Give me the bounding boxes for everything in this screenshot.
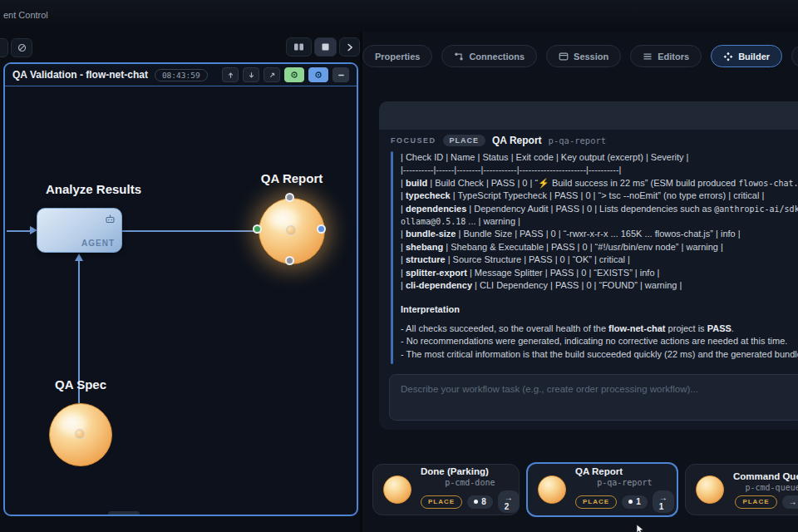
clipped-toolbar-button[interactable] xyxy=(0,38,8,57)
petri-net-canvas[interactable]: Analyze Results AGENT QA Report QA Spec xyxy=(5,64,357,515)
horizontal-scrollbar[interactable] xyxy=(108,511,140,516)
expand-button[interactable] xyxy=(264,67,280,82)
place-card-qa-report[interactable]: QA Reportp-qa-reportPLACE1→ 1 xyxy=(526,462,678,517)
place-token-icon xyxy=(383,475,411,504)
token-marker xyxy=(286,225,296,235)
tab-properties[interactable]: Properties xyxy=(362,45,432,67)
port-left[interactable] xyxy=(253,224,262,234)
tab-session[interactable]: Session xyxy=(546,45,621,67)
place-token-icon xyxy=(538,475,566,504)
session-icon xyxy=(559,52,569,62)
card-badges: PLACE8→ 2 xyxy=(421,490,520,513)
arc-count-badge: → 2 xyxy=(498,490,520,513)
card-id: p-cmd-done xyxy=(445,478,495,487)
card-body: QA Reportp-qa-reportPLACE1→ 1 xyxy=(575,466,674,513)
builder-panel: FOCUSED PLACE QA Report p-qa-report | Ch… xyxy=(379,101,798,430)
focused-node-title: QA Report xyxy=(492,135,542,146)
port-right[interactable] xyxy=(317,224,326,234)
focused-node-id: p-qa-report xyxy=(549,135,607,145)
tab-connections[interactable]: Connections xyxy=(441,45,537,67)
arrow-up-button[interactable] xyxy=(222,67,239,82)
screen: ent Control Analyze Results xyxy=(0,0,798,532)
arrow-down-button[interactable] xyxy=(243,67,259,82)
canvas-window-buttons xyxy=(222,67,349,82)
workflow-task-input[interactable] xyxy=(389,374,798,421)
message-line: - The most critical information is that … xyxy=(401,348,798,361)
agent-node-label: Analyze Results xyxy=(46,182,141,196)
message-line: | shebang | Shebang & Executable | PASS … xyxy=(401,241,798,254)
canvas-window-title: QA Validation - flow-net-chat xyxy=(12,69,148,81)
place-card-done-parking[interactable]: Done (Parking)p-cmd-donePLACE8→ 2 xyxy=(372,464,520,515)
connections-icon xyxy=(454,52,464,62)
tab-label: Session xyxy=(574,52,608,62)
card-badges: PLACE→ 2 xyxy=(735,495,798,509)
tab-config[interactable]: Config xyxy=(791,45,798,67)
collapse-panel-button[interactable] xyxy=(339,37,360,57)
canvas-window-header: QA Validation - flow-net-chat 08:43:59 xyxy=(5,64,357,86)
place-cards-row: Done (Parking)p-cmd-donePLACE8→ 2QA Repo… xyxy=(372,462,798,517)
minimize-button[interactable] xyxy=(332,67,349,82)
canvas-timestamp-badge: 08:43:59 xyxy=(155,69,208,81)
focused-type-badge: PLACE xyxy=(443,135,486,146)
mouse-cursor xyxy=(636,524,646,532)
message-line: | structure | Source Structure | PASS | … xyxy=(401,254,798,266)
message-line: |----------|------|--------|-----------|… xyxy=(401,164,798,176)
builder-icon xyxy=(723,52,733,62)
qa-report-node-label: QA Report xyxy=(259,171,325,185)
focus-target-button[interactable] xyxy=(308,67,328,82)
place-type-badge: PLACE xyxy=(421,495,462,509)
arc-count-badge: → 1 xyxy=(653,490,674,513)
place-type-badge: PLACE xyxy=(735,495,776,509)
single-view-button[interactable] xyxy=(314,37,337,57)
tab-label: Properties xyxy=(375,52,420,62)
agent-type-badge: AGENT xyxy=(81,239,115,248)
agent-node-analyze-results[interactable]: AGENT xyxy=(37,208,122,253)
message-line: | dependencies | Dependency Audit | PASS… xyxy=(401,203,798,215)
card-id: p-qa-report xyxy=(597,478,652,487)
arc-count-badge: → 2 xyxy=(782,495,798,509)
tab-label: Connections xyxy=(469,52,525,62)
card-body: Done (Parking)p-cmd-donePLACE8→ 2 xyxy=(421,466,520,513)
tab-editors[interactable]: Editors xyxy=(630,45,702,67)
assistant-message: | Check ID | Name | Status | Exit code |… xyxy=(391,151,798,364)
token-dot-icon xyxy=(474,500,478,504)
message-line: | build | Build Check | PASS | 0 | “⚡ Bu… xyxy=(401,177,798,190)
card-title: Done (Parking) xyxy=(421,466,489,476)
edge-arrowhead-up xyxy=(75,254,83,261)
message-line: | Check ID | Name | Status | Exit code |… xyxy=(401,151,798,164)
port-bottom[interactable] xyxy=(285,256,294,265)
focused-node-row: FOCUSED PLACE QA Report p-qa-report xyxy=(391,135,606,146)
token-count-badge: 8 xyxy=(467,495,493,509)
edge-agent-to-qa-report xyxy=(122,230,257,232)
message-line: - No recommendations were generated, ind… xyxy=(401,335,798,347)
split-view-icon xyxy=(293,40,304,55)
port-top[interactable] xyxy=(285,193,294,202)
card-body: Command Queuep-cmd-queuePLACE→ 2 xyxy=(733,471,798,509)
place-card-command-queue[interactable]: Command Queuep-cmd-queuePLACE→ 2 xyxy=(685,464,798,515)
message-spacer xyxy=(401,317,798,323)
focused-label: FOCUSED xyxy=(391,136,436,145)
builder-panel-header xyxy=(379,101,798,130)
card-badges: PLACE1→ 1 xyxy=(575,490,674,513)
message-line: ollama@0.5.18 ... | warning | xyxy=(401,215,798,228)
right-panel-tabs: PropertiesConnectionsSessionEditorsBuild… xyxy=(362,45,798,67)
message-line: | typecheck | TypeScript Typecheck | PAS… xyxy=(401,190,798,202)
run-target-button[interactable] xyxy=(284,67,304,82)
tab-label: Editors xyxy=(658,52,689,62)
disable-button[interactable] xyxy=(11,38,32,57)
message-line: - All checks succeeded, so the overall h… xyxy=(401,323,798,335)
qa-spec-node-label: QA Spec xyxy=(49,377,112,392)
robot-icon xyxy=(105,213,116,228)
split-view-button[interactable] xyxy=(286,37,312,57)
app-title: ent Control xyxy=(3,10,48,20)
tab-label: Builder xyxy=(738,52,770,62)
place-type-badge: PLACE xyxy=(575,495,617,509)
workflow-canvas-window[interactable]: Analyze Results AGENT QA Report QA Spec … xyxy=(3,62,358,516)
message-content: | Check ID | Name | Status | Exit code |… xyxy=(393,151,798,364)
message-line: Interpretation xyxy=(401,303,798,316)
top-bar: ent Control xyxy=(0,0,798,32)
message-line: | splitter-export | Message Splitter | P… xyxy=(401,267,798,279)
place-token-icon xyxy=(696,475,724,504)
chevron-right-icon xyxy=(346,40,354,55)
tab-builder[interactable]: Builder xyxy=(711,45,782,67)
